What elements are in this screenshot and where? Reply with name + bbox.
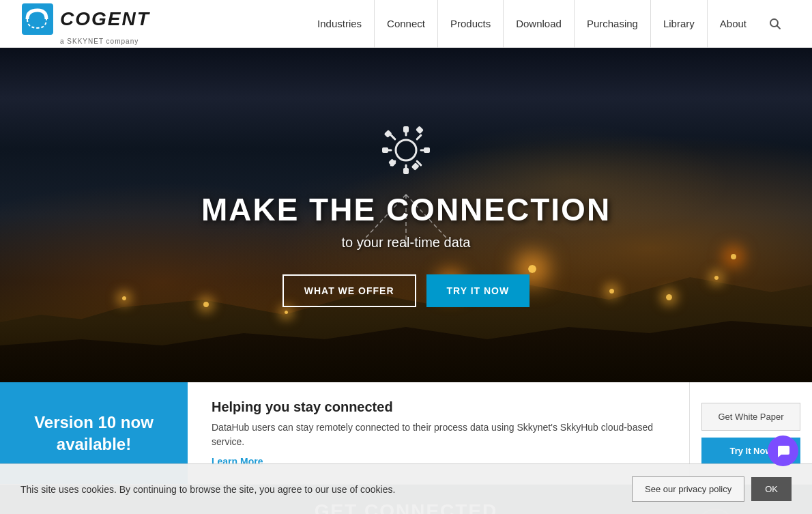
cookie-text: This site uses cookies. By continuing to… [20, 484, 632, 495]
main-nav: Industries Connect Products Download Pur… [305, 0, 792, 48]
svg-line-4 [406, 195, 454, 246]
logo-subtitle: a SKKYNET company [60, 38, 150, 45]
svg-rect-9 [424, 147, 430, 153]
svg-rect-7 [403, 168, 409, 174]
hero-section: MAKE THE CONNECTION to your real-time da… [0, 48, 812, 382]
nav-library[interactable]: Library [651, 0, 708, 48]
logo-area: COGENT a SKKYNET company [20, 2, 150, 45]
dashed-lines-svg [304, 191, 508, 253]
nav-about[interactable]: About [708, 0, 759, 48]
nav-products[interactable]: Products [438, 0, 504, 48]
svg-line-2 [777, 25, 781, 29]
cookie-banner: This site uses cookies. By continuing to… [0, 463, 812, 514]
nav-industries[interactable]: Industries [305, 0, 375, 48]
mine-light [285, 311, 288, 314]
gear-icon-container [201, 123, 611, 177]
get-white-paper-button[interactable]: Get White Paper [701, 403, 800, 431]
ok-button[interactable]: OK [751, 477, 792, 501]
see-privacy-policy-button[interactable]: See our privacy policy [632, 476, 744, 502]
mine-light [731, 254, 736, 259]
hero-buttons: WHAT WE OFFER TRY IT NOW [201, 274, 611, 307]
search-icon[interactable] [759, 18, 792, 30]
version-text: Version 10 now available! [14, 412, 174, 454]
mine-light [122, 296, 126, 300]
chat-bubble-button[interactable] [768, 436, 798, 466]
nav-connect[interactable]: Connect [375, 0, 438, 48]
svg-rect-10 [384, 130, 392, 138]
cogent-logo-icon [20, 2, 55, 36]
logo-main: COGENT [20, 2, 150, 36]
logo-text: COGENT [60, 8, 150, 30]
svg-line-3 [358, 195, 406, 246]
gear-icon [379, 123, 433, 177]
middle-title: Helping you stay connected [212, 399, 665, 415]
mine-light [666, 294, 672, 300]
svg-rect-8 [382, 147, 388, 153]
try-it-now-hero-button[interactable]: TRY IT NOW [426, 274, 530, 307]
nav-download[interactable]: Download [504, 0, 575, 48]
svg-rect-12 [388, 158, 396, 167]
middle-desc: DataHub users can stay remotely connecte… [212, 420, 665, 449]
hero-content: MAKE THE CONNECTION to your real-time da… [201, 123, 611, 307]
cookie-actions: See our privacy policy OK [632, 476, 792, 502]
svg-rect-11 [416, 126, 424, 134]
svg-rect-6 [403, 126, 409, 132]
site-header: COGENT a SKKYNET company Industries Conn… [0, 0, 812, 48]
what-we-offer-button[interactable]: WHAT WE OFFER [282, 274, 416, 307]
nav-purchasing[interactable]: Purchasing [575, 0, 651, 48]
